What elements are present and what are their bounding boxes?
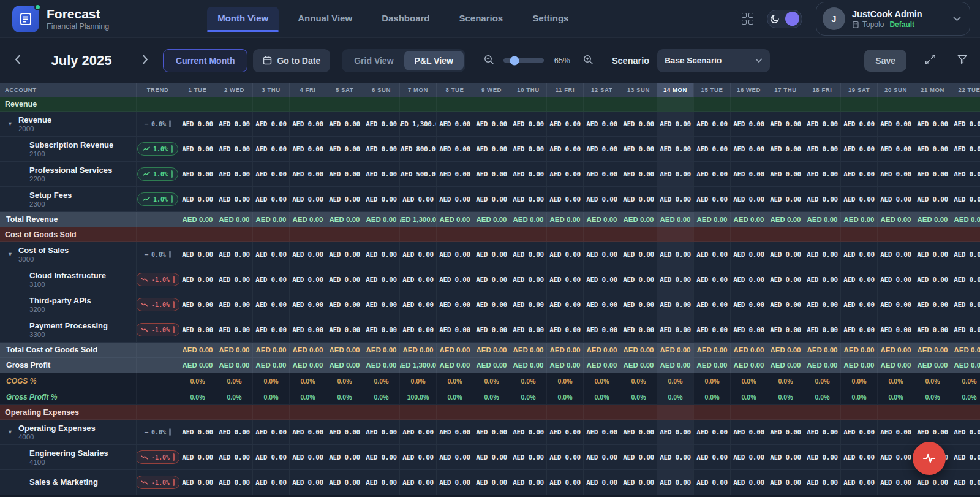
day-cell[interactable]: AED 0.00 xyxy=(620,267,657,292)
day-cell[interactable]: AED 0.00 xyxy=(216,445,252,469)
day-cell[interactable]: AED 0.00 xyxy=(252,267,289,292)
day-cell[interactable]: AED 0.00 xyxy=(804,445,840,469)
day-cell[interactable]: AED 0.00 xyxy=(804,267,840,292)
day-cell[interactable]: AED 0.00 xyxy=(767,187,804,211)
day-cell[interactable]: AED 0.00 xyxy=(363,112,399,136)
day-cell[interactable]: AED 0.00 xyxy=(216,420,252,444)
account-row[interactable]: Setup Fees23001.0%AED 0.00AED 0.00AED 0.… xyxy=(0,187,980,212)
day-cell[interactable]: AED 0.00 xyxy=(436,292,473,317)
day-cell[interactable]: AED 0.00 xyxy=(620,470,657,495)
section-row[interactable]: Revenue xyxy=(0,97,980,112)
prev-month-button[interactable] xyxy=(9,51,27,70)
day-cell[interactable]: AED 0.00 xyxy=(877,470,914,495)
account-row[interactable]: ▼Revenue2000—0.0%AED 0.00AED 0.00AED 0.0… xyxy=(0,112,980,137)
day-cell[interactable]: AED 0.00 xyxy=(657,420,693,444)
day-cell[interactable]: AED 0.00 xyxy=(583,162,620,186)
day-cell[interactable]: AED 0.00 xyxy=(620,292,657,317)
day-cell[interactable]: AED 0.00 xyxy=(473,470,510,495)
day-cell[interactable]: AED 0.00 xyxy=(620,242,657,267)
day-cell[interactable]: AED 0.00 xyxy=(326,317,363,342)
day-cell[interactable]: AED 0.00 xyxy=(693,420,730,444)
day-cell[interactable]: AED 0.00 xyxy=(326,292,363,317)
day-cell[interactable]: AED 0.00 xyxy=(840,445,877,469)
day-cell[interactable]: AED 0.00 xyxy=(730,317,767,342)
day-cell[interactable]: AED 0.00 xyxy=(877,292,914,317)
day-cell[interactable]: AED 0.00 xyxy=(252,292,289,317)
day-cell[interactable]: AED 0.00 xyxy=(657,112,693,136)
day-cell[interactable]: AED 0.00 xyxy=(399,445,436,469)
day-cell[interactable]: AED 0.00 xyxy=(179,317,216,342)
current-month-button[interactable]: Current Month xyxy=(163,49,247,72)
day-cell[interactable]: AED 0.00 xyxy=(657,187,693,211)
day-cell[interactable]: AED 0.00 xyxy=(252,445,289,469)
day-cell[interactable]: AED 0.00 xyxy=(877,187,914,211)
day-cell[interactable]: AED 0.00 xyxy=(546,445,583,469)
day-cell[interactable]: AED 0.00 xyxy=(767,112,804,136)
day-cell[interactable]: AED 0.00 xyxy=(767,445,804,469)
day-cell[interactable]: AED 0.00 xyxy=(399,317,436,342)
day-cell[interactable]: AED 0.00 xyxy=(510,242,546,267)
day-cell[interactable]: AED 0.00 xyxy=(657,162,693,186)
day-cell[interactable]: AED 0.00 xyxy=(583,137,620,161)
day-cell[interactable]: AED 0.00 xyxy=(840,112,877,136)
day-cell[interactable]: AED 0.00 xyxy=(436,137,473,161)
day-cell[interactable]: AED 0.00 xyxy=(767,292,804,317)
day-cell[interactable]: AED 0.00 xyxy=(289,137,326,161)
day-cell[interactable]: AED 0.00 xyxy=(840,267,877,292)
day-cell[interactable]: AED 0.00 xyxy=(877,162,914,186)
day-cell[interactable]: AED 0.00 xyxy=(510,470,546,495)
account-row[interactable]: ▼Operating Expenses4000—0.0%AED 0.00AED … xyxy=(0,420,980,445)
day-cell[interactable]: AED 0.00 xyxy=(693,187,730,211)
day-cell[interactable]: AED 0.00 xyxy=(657,292,693,317)
day-cell[interactable]: AED 0.00 xyxy=(289,242,326,267)
day-cell[interactable]: AED 0.00 xyxy=(620,112,657,136)
day-cell[interactable]: AED 0.00 xyxy=(289,187,326,211)
day-cell[interactable]: AED 0.00 xyxy=(179,162,216,186)
day-cell[interactable]: AED 0.00 xyxy=(546,187,583,211)
day-cell[interactable]: AED 0.00 xyxy=(951,112,980,136)
day-cell[interactable]: AED 0.00 xyxy=(730,445,767,469)
day-cell[interactable]: AED 0.00 xyxy=(583,112,620,136)
day-cell[interactable]: AED 0.00 xyxy=(840,317,877,342)
day-cell[interactable]: AED 0.00 xyxy=(914,242,951,267)
user-menu[interactable]: J JustCook Admin Topolo Default xyxy=(816,2,970,36)
day-cell[interactable]: AED 0.00 xyxy=(804,112,840,136)
account-row[interactable]: Third-party APIs3200-1.0%AED 0.00AED 0.0… xyxy=(0,292,980,317)
day-cell[interactable]: AED 0.00 xyxy=(399,420,436,444)
day-cell[interactable]: AED 0.00 xyxy=(289,420,326,444)
day-cell[interactable]: AED 0.00 xyxy=(179,470,216,495)
day-cell[interactable]: AED 0.00 xyxy=(363,267,399,292)
day-cell[interactable]: AED 0.00 xyxy=(951,137,980,161)
day-cell[interactable]: +AED 1,300.00 xyxy=(399,112,436,136)
day-cell[interactable]: AED 0.00 xyxy=(216,470,252,495)
day-cell[interactable]: AED 0.00 xyxy=(473,317,510,342)
day-cell[interactable]: AED 0.00 xyxy=(473,420,510,444)
day-cell[interactable]: AED 0.00 xyxy=(693,267,730,292)
day-cell[interactable]: AED 0.00 xyxy=(252,162,289,186)
day-cell[interactable]: AED 0.00 xyxy=(804,292,840,317)
filter-button[interactable] xyxy=(954,51,970,69)
day-cell[interactable]: AED 0.00 xyxy=(620,162,657,186)
day-cell[interactable]: AED 0.00 xyxy=(252,470,289,495)
day-cell[interactable]: AED 0.00 xyxy=(730,267,767,292)
day-cell[interactable]: AED 0.00 xyxy=(877,267,914,292)
day-cell[interactable]: AED 0.00 xyxy=(252,242,289,267)
day-cell[interactable]: AED 0.00 xyxy=(363,242,399,267)
day-cell[interactable]: AED 0.00 xyxy=(436,470,473,495)
nav-month-view[interactable]: Month View xyxy=(207,7,279,31)
day-cell[interactable]: AED 0.00 xyxy=(840,292,877,317)
day-cell[interactable]: AED 0.00 xyxy=(436,420,473,444)
day-cell[interactable]: AED 0.00 xyxy=(730,470,767,495)
day-cell[interactable]: AED 0.00 xyxy=(252,187,289,211)
day-cell[interactable]: AED 0.00 xyxy=(216,162,252,186)
day-cell[interactable]: AED 0.00 xyxy=(620,137,657,161)
day-cell[interactable]: AED 0.00 xyxy=(877,317,914,342)
day-cell[interactable]: AED 0.00 xyxy=(583,187,620,211)
day-cell[interactable]: AED 0.00 xyxy=(179,292,216,317)
go-to-date-button[interactable]: Go to Date xyxy=(253,49,330,72)
day-cell[interactable]: AED 0.00 xyxy=(730,187,767,211)
day-cell[interactable]: AED 0.00 xyxy=(693,445,730,469)
day-cell[interactable]: AED 0.00 xyxy=(363,445,399,469)
collapse-caret-icon[interactable]: ▼ xyxy=(7,429,13,435)
day-cell[interactable]: AED 0.00 xyxy=(767,317,804,342)
